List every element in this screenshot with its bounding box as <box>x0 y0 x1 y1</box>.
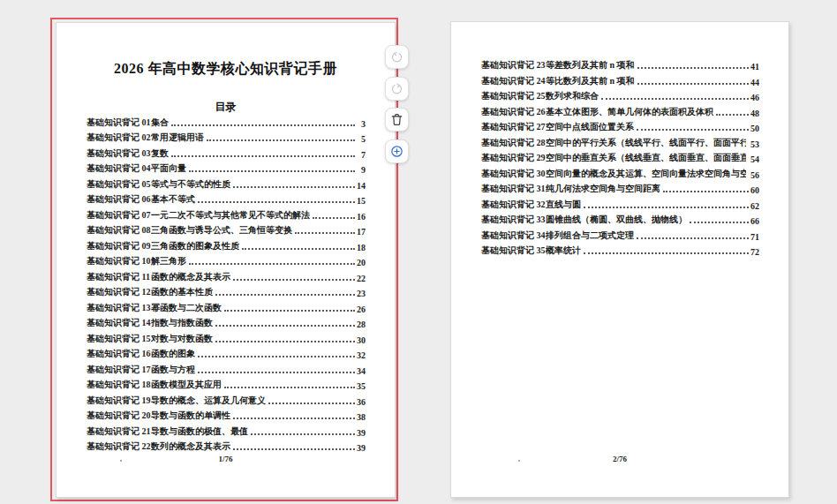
toc-entry-title: 空间向量的概念及其运算、空间向量法求空间角与空间距离 <box>546 168 746 180</box>
add-button[interactable] <box>385 139 409 163</box>
page-2[interactable]: 基础知识背记 23 等差数列及其前 n 项和 41 基础知识背记 24 等比数列… <box>450 21 789 498</box>
dot-leader <box>215 325 355 327</box>
toc-entry-page: 41 <box>750 62 759 71</box>
rotate-left-icon <box>389 49 404 64</box>
toc-row: 基础知识背记 18 函数模型及其应用 35 <box>87 376 366 392</box>
toc-row: 基础知识背记 19 导数的概念、运算及几何意义 36 <box>87 391 366 407</box>
toc-entry-label: 基础知识背记 15 <box>87 333 151 345</box>
toc-entry-title: 集合 <box>151 117 169 129</box>
toc-entry-page: 71 <box>750 232 759 242</box>
toc-entry-title: 函数的概念及其表示 <box>151 271 230 283</box>
toc-row: 基础知识背记 32 直线与圆 62 <box>481 195 759 211</box>
toc-entry-page: 16 <box>357 212 366 222</box>
toc-entry-title: 导数与函数的极值、最值 <box>151 425 248 438</box>
toc-row: 基础知识背记 25 数列求和综合 46 <box>481 87 759 103</box>
toc-row: 基础知识背记 16 函数的图象 32 <box>87 345 366 361</box>
document-title: 2026 年高中数学核心知识背记手册 <box>65 60 386 78</box>
toc-entry-title: 平面向量 <box>151 162 186 175</box>
dot-leader <box>663 191 749 192</box>
dot-leader <box>198 356 355 357</box>
toc-row: 基础知识背记 20 导数与函数的单调性 38 <box>87 407 366 423</box>
toc-entry-title: 基本立体图形、简单几何体的表面积及体积 <box>546 106 713 118</box>
dot-leader <box>198 372 355 373</box>
toc-row: 基础知识背记 01 集合 3 <box>87 113 366 129</box>
toc-entry-title: 函数与方程 <box>151 364 195 376</box>
toc-entry-label: 基础知识背记 03 <box>87 147 151 160</box>
toc-entry-page: 23 <box>357 289 366 298</box>
toc-entry-page: 48 <box>750 109 759 118</box>
dot-leader <box>637 67 749 69</box>
rotate-right-button[interactable] <box>385 77 409 101</box>
toc-entry-label: 基础知识背记 04 <box>87 162 151 175</box>
toc-entry-page: 17 <box>357 227 366 237</box>
toc-entry-label: 基础知识背记 22 <box>87 440 151 453</box>
dot-leader <box>584 252 749 254</box>
toc-heading: 目录 <box>57 101 395 113</box>
rotate-left-button[interactable] <box>385 45 409 69</box>
toc-entry-title: 导数的概念、运算及几何意义 <box>151 395 266 407</box>
toc-entry-title: 三角函数的图象及性质 <box>151 240 239 252</box>
floating-toolbar <box>385 45 409 163</box>
toc-entry-page: 39 <box>357 443 366 453</box>
dot-leader <box>233 186 355 188</box>
dot-leader <box>242 248 355 250</box>
toc-entry-page: 32 <box>357 350 366 360</box>
dot-leader <box>584 207 749 208</box>
toc-entry-title: 排列组合与二项式定理 <box>546 229 634 242</box>
toc-entry-page: 46 <box>750 93 759 102</box>
toc-entry-page: 28 <box>357 320 366 329</box>
dot-leader <box>207 139 355 141</box>
toc-entry-page: 56 <box>750 170 759 180</box>
dot-leader <box>224 387 355 388</box>
toc-entry-page: 7 <box>357 150 366 160</box>
toc-entry-page: 35 <box>357 381 366 391</box>
toc-row: 基础知识背记 02 常用逻辑用语 5 <box>87 129 366 145</box>
toc-row: 基础知识背记 29 空间中的垂直关系（线线垂直、线面垂直、面面垂直） 54 <box>481 149 759 165</box>
toc-entry-label: 基础知识背记 20 <box>87 410 151 422</box>
toc-entry-title: 数列的概念及其表示 <box>151 440 230 453</box>
toc-row: 基础知识背记 21 导数与函数的极值、最值 39 <box>87 422 366 438</box>
toc-entry-page: 39 <box>357 428 366 438</box>
toc-entry-label: 基础知识背记 32 <box>481 199 546 211</box>
toc-entry-page: 36 <box>357 397 366 407</box>
toc-entry-title: 函数的图象 <box>151 348 195 360</box>
toc-entry-title: 等式与不等式的性质 <box>151 178 230 191</box>
toc-row: 基础知识背记 09 三角函数的图象及性质 18 <box>87 237 366 252</box>
toc-row: 基础知识背记 34 排列组合与二项式定理 71 <box>481 226 759 242</box>
toc-entry-page: 26 <box>357 305 366 314</box>
dot-leader <box>233 417 355 419</box>
page-number-footer-2: 2/76 <box>451 455 788 463</box>
toc-entry-label: 基础知识背记 02 <box>87 132 151 144</box>
toc-entry-label: 基础知识背记 28 <box>481 137 546 149</box>
toc-entry-page: 5 <box>357 134 366 144</box>
dot-leader <box>189 170 355 172</box>
toc-entry-label: 基础知识背记 21 <box>87 425 151 438</box>
toc-entry-page: 14 <box>357 181 366 191</box>
toc-entry-label: 基础知识背记 34 <box>481 229 546 242</box>
toc-entry-label: 基础知识背记 08 <box>87 224 151 237</box>
toc-entry-title: 幂函数与二次函数 <box>151 302 222 314</box>
toc-entry-title: 函数的基本性质 <box>151 286 213 298</box>
toc-entry-label: 基础知识背记 14 <box>87 317 151 329</box>
delete-button[interactable] <box>385 108 409 132</box>
toc-entry-title: 纯几何法求空间角与空间距离 <box>546 183 660 195</box>
toc-entry-page: 66 <box>750 216 759 226</box>
toc-entry-page: 22 <box>357 274 366 283</box>
toc-entry-page: 72 <box>750 247 759 257</box>
toc-entry-label: 基础知识背记 27 <box>481 121 546 133</box>
plus-circle-icon <box>389 144 404 159</box>
dot-leader <box>601 98 749 100</box>
toc-entry-title: 圆锥曲线（椭圆、双曲线、抛物线） <box>546 214 687 226</box>
toc-entry-label: 基础知识背记 09 <box>87 240 151 252</box>
toc-entry-label: 基础知识背记 11 <box>87 271 151 283</box>
toc-entry-page: 15 <box>357 196 366 206</box>
toc-entry-title: 空间中的平行关系（线线平行、线面平行、面面平行） <box>546 137 746 149</box>
toc-entry-label: 基础知识背记 35 <box>481 244 546 257</box>
dot-leader <box>268 402 355 404</box>
page-1[interactable]: 2026 年高中数学核心知识背记手册 目录 基础知识背记 01 集合 3 基础知… <box>56 22 396 498</box>
dot-leader <box>251 433 355 435</box>
toc-entry-label: 基础知识背记 30 <box>481 168 546 180</box>
dot-leader <box>171 155 355 157</box>
toc-entry-title: 数列求和综合 <box>546 90 599 102</box>
toc-row: 基础知识背记 03 复数 7 <box>87 144 366 160</box>
